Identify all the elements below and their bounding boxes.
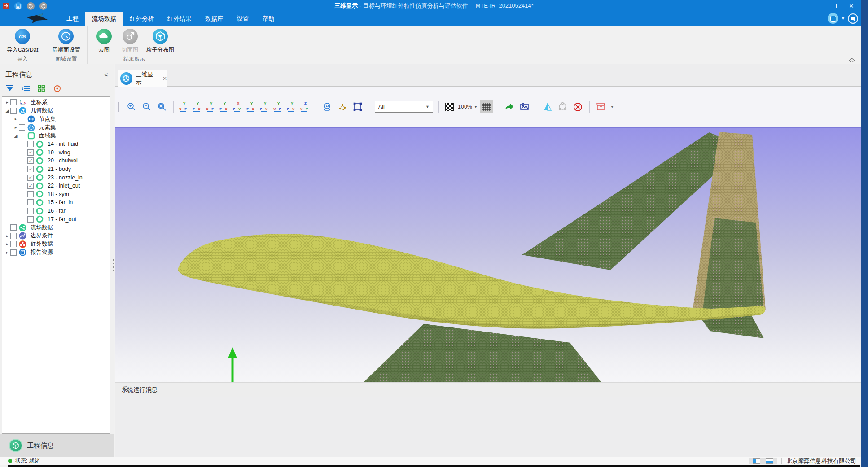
tree-checkbox[interactable]: ✓ xyxy=(27,183,34,189)
maximize-button[interactable] xyxy=(826,0,843,12)
ribbon-button-cas[interactable]: cas导入Cas/Dat xyxy=(4,28,41,55)
axis-view-icon-1[interactable]: YXZ xyxy=(179,102,189,111)
tree-item[interactable]: 流场数据 xyxy=(2,223,110,232)
panel-footer[interactable]: 工程信息 xyxy=(0,434,114,457)
tree-checkbox[interactable] xyxy=(27,216,34,223)
tree-item[interactable]: ✓19 - wing xyxy=(2,148,110,157)
transparency-checker-icon[interactable] xyxy=(445,103,454,111)
menu-item-1[interactable]: 工程 xyxy=(60,12,85,26)
tree-item[interactable]: ▸边界条件 xyxy=(2,232,110,240)
tab-close-icon[interactable]: ✕ xyxy=(162,75,167,82)
package-caret-icon[interactable]: ▼ xyxy=(610,105,614,109)
panel-collapse-icon[interactable]: < xyxy=(104,71,108,78)
axis-view-icon-10[interactable]: ZXY xyxy=(300,102,310,111)
expander-icon[interactable]: ◢ xyxy=(13,134,19,138)
locate-icon[interactable] xyxy=(53,84,61,92)
delete-icon[interactable] xyxy=(571,100,585,113)
layout-left-icon[interactable] xyxy=(753,458,760,464)
group-view-icon[interactable] xyxy=(37,84,46,92)
tree-checkbox[interactable] xyxy=(27,199,34,205)
ribbon-button-cloud[interactable]: 云图 xyxy=(91,28,117,55)
tree-checkbox[interactable] xyxy=(19,124,25,131)
axis-view-icon-2[interactable]: YZX xyxy=(193,102,202,111)
tree-checkbox[interactable] xyxy=(19,116,25,122)
tree-checkbox[interactable] xyxy=(10,224,17,231)
tree-item[interactable]: 17 - far_out xyxy=(2,215,110,223)
grid-toggle-icon[interactable] xyxy=(480,100,493,113)
expander-icon[interactable]: ▸ xyxy=(4,242,10,246)
tree-item[interactable]: 18 - sym xyxy=(2,190,110,199)
snapshot-icon[interactable] xyxy=(518,100,531,113)
tree-item[interactable]: ✓22 - inlet_out xyxy=(2,182,110,190)
tree-checkbox[interactable] xyxy=(27,208,34,214)
close-button[interactable]: ✕ xyxy=(843,0,860,12)
tree-checkbox[interactable] xyxy=(10,233,17,239)
help-book-icon[interactable] xyxy=(848,13,858,24)
menu-item-3[interactable]: 红外分析 xyxy=(123,12,161,26)
axis-view-icon-7[interactable]: YZX xyxy=(260,102,270,111)
tree-checkbox[interactable]: ✓ xyxy=(27,166,34,172)
menu-item-4[interactable]: 红外结果 xyxy=(161,12,198,26)
mirror-icon[interactable] xyxy=(541,100,554,113)
collapse-ribbon-icon[interactable] xyxy=(848,57,855,63)
collapse-all-icon[interactable] xyxy=(21,84,30,92)
tree-item[interactable]: ▸元素集 xyxy=(2,123,110,132)
expander-icon[interactable]: ◢ xyxy=(4,109,10,113)
panel-splitter[interactable] xyxy=(113,259,115,271)
zoom-level-control[interactable]: 100% ▼ xyxy=(458,104,478,110)
zoom-fit-icon[interactable] xyxy=(155,100,169,113)
display-filter-combo[interactable]: All ▼ xyxy=(375,101,433,113)
package-icon[interactable] xyxy=(594,100,608,113)
menu-item-2[interactable]: 流场数据 xyxy=(85,12,123,26)
expander-icon[interactable]: ▸ xyxy=(4,250,10,255)
ribbon-button-clock[interactable]: 周期面设置 xyxy=(49,28,83,55)
tree-checkbox[interactable]: ✓ xyxy=(27,149,34,156)
tree-item[interactable]: ✓20 - chuiwei xyxy=(2,157,110,165)
undo-icon[interactable] xyxy=(27,2,35,10)
tree-item[interactable]: ▸节点集 xyxy=(2,115,110,123)
camera-icon[interactable] xyxy=(320,100,334,113)
axis-view-icon-5[interactable]: XZY xyxy=(233,102,243,111)
axis-view-icon-3[interactable]: YXZ xyxy=(206,102,216,111)
minimize-button[interactable] xyxy=(809,0,826,12)
axis-view-icon-8[interactable]: YXZ xyxy=(273,102,283,111)
tree-item[interactable]: ▸红外数据 xyxy=(2,240,110,249)
tree-checkbox[interactable] xyxy=(10,108,17,114)
menu-item-6[interactable]: 设置 xyxy=(230,12,256,26)
ribbon-button-particle[interactable]: 粒子分布图 xyxy=(143,28,178,55)
tree-item[interactable]: 15 - far_in xyxy=(2,198,110,207)
axis-view-icon-6[interactable]: YZX xyxy=(246,102,256,111)
3d-viewport[interactable]: x 系统运行消息 xyxy=(115,127,861,397)
expander-icon[interactable]: ▸ xyxy=(4,234,10,238)
select-box-icon[interactable] xyxy=(351,100,364,113)
tree-checkbox[interactable] xyxy=(10,241,17,247)
style-switcher-icon[interactable] xyxy=(828,13,838,24)
tree-item[interactable]: ▸YZX坐标系 xyxy=(2,98,110,107)
layout-bottom-icon[interactable] xyxy=(766,458,773,464)
tree-item[interactable]: 14 - int_fluid xyxy=(2,140,110,148)
toolbar-grip[interactable] xyxy=(118,102,120,112)
menu-item-7[interactable]: 帮助 xyxy=(256,12,281,26)
filter-icon[interactable] xyxy=(5,84,14,92)
tree-item[interactable]: ✓21 - body xyxy=(2,165,110,174)
expander-icon[interactable]: ▸ xyxy=(4,100,10,105)
app-quick-icon[interactable] xyxy=(3,3,9,9)
tree-item[interactable]: ✓23 - nozzle_in xyxy=(2,173,110,182)
tree-item[interactable]: ◢面域集 xyxy=(2,131,110,140)
tree-checkbox[interactable] xyxy=(10,99,17,105)
expander-icon[interactable]: ▸ xyxy=(13,117,19,121)
tree-checkbox[interactable]: ✓ xyxy=(27,175,34,181)
tree-checkbox[interactable] xyxy=(27,191,34,197)
combo-dropdown-icon[interactable]: ▼ xyxy=(422,101,433,112)
tree-checkbox[interactable] xyxy=(10,249,17,256)
style-caret-icon[interactable]: ▼ xyxy=(841,16,845,21)
zoom-out-icon[interactable] xyxy=(140,100,153,113)
rotate-arrow-icon[interactable] xyxy=(503,100,516,113)
tree-checkbox[interactable] xyxy=(19,133,25,139)
tree-item[interactable]: 16 - far xyxy=(2,207,110,215)
axis-view-icon-4[interactable]: YZX xyxy=(219,102,229,111)
zoom-in-icon[interactable] xyxy=(125,100,138,113)
save-icon[interactable] xyxy=(14,2,22,10)
tree-item[interactable]: ◢几何数据 xyxy=(2,107,110,115)
tab-3d-view[interactable]: 三维显示 ✕ xyxy=(118,70,167,87)
